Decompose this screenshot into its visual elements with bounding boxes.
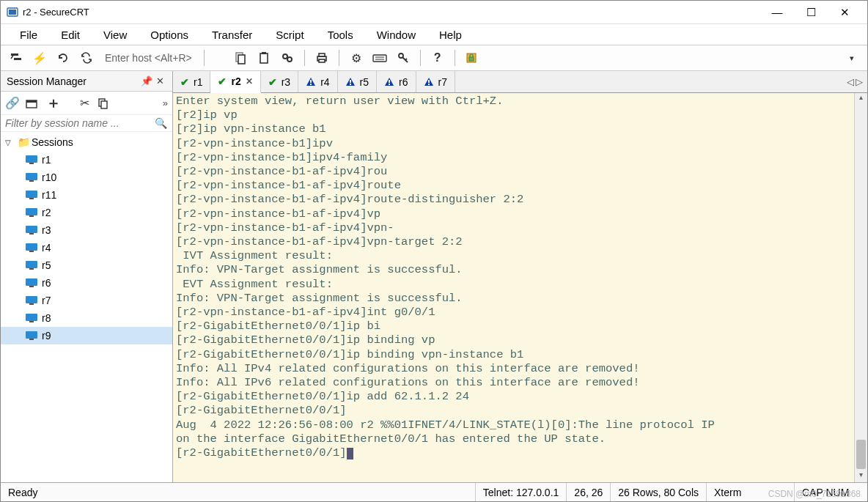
reconnect-all-icon[interactable]	[77, 48, 96, 67]
svg-rect-26	[29, 180, 34, 182]
tab-label: r1	[194, 76, 202, 88]
session-item-r8[interactable]: r8	[1, 309, 172, 327]
svg-rect-25	[26, 173, 37, 180]
new-tab-icon[interactable]	[26, 98, 40, 108]
menu-view[interactable]: View	[93, 27, 137, 43]
session-item-r1[interactable]: r1	[1, 151, 172, 169]
svg-rect-29	[26, 208, 37, 215]
svg-rect-22	[101, 101, 107, 108]
tab-next-icon[interactable]: ▷	[856, 76, 863, 87]
keyboard-icon[interactable]	[370, 48, 389, 67]
tab-close-icon[interactable]: ✕	[246, 76, 253, 86]
toolbar-separator	[204, 50, 205, 66]
session-item-r2[interactable]: r2	[1, 204, 172, 221]
tree-root-sessions[interactable]: ▽📁Sessions	[1, 133, 172, 151]
monitor-icon	[26, 208, 42, 217]
host-entry-hint[interactable]: Enter host <Alt+R>	[100, 52, 196, 64]
session-filter-input[interactable]	[5, 117, 153, 129]
status-cursor-pos: 26, 26	[566, 483, 610, 501]
reconnect-icon[interactable]	[54, 48, 73, 67]
session-item-r4[interactable]: r4	[1, 239, 172, 256]
svg-point-9	[287, 57, 292, 62]
svg-rect-38	[29, 286, 34, 287]
menu-window[interactable]: Window	[367, 27, 426, 43]
print-icon[interactable]	[312, 48, 331, 67]
svg-rect-18	[469, 57, 474, 61]
status-size: 26 Rows, 80 Cols	[610, 483, 706, 501]
minimize-button[interactable]: —	[760, 1, 794, 23]
quick-connect-icon[interactable]	[7, 48, 26, 67]
find-icon[interactable]	[278, 48, 297, 67]
svg-rect-39	[26, 296, 37, 303]
svg-point-8	[283, 54, 287, 59]
session-item-r10[interactable]: r10	[1, 169, 172, 186]
monitor-icon	[26, 296, 42, 305]
check-icon: ✔	[180, 76, 189, 88]
session-item-r9[interactable]: r9	[1, 327, 172, 344]
svg-rect-40	[29, 303, 34, 305]
copy-icon[interactable]	[231, 48, 250, 67]
menu-tools[interactable]: Tools	[317, 27, 364, 43]
tab-label: r5	[360, 76, 369, 88]
tab-r3[interactable]: ✔r3	[261, 71, 298, 92]
settings-icon[interactable]: ⚙	[347, 48, 366, 67]
help-icon[interactable]: ?	[428, 48, 447, 67]
vertical-scrollbar[interactable]: ▴ ▾	[854, 93, 867, 482]
warning-icon	[384, 77, 394, 87]
toolbar-separator	[455, 50, 455, 66]
menu-options[interactable]: Options	[140, 27, 199, 43]
title-bar: r2 - SecureCRT — ☐ ✕	[1, 1, 867, 24]
svg-rect-41	[26, 314, 37, 321]
app-icon	[7, 7, 18, 18]
svg-rect-23	[26, 155, 37, 163]
link-icon[interactable]: 🔗	[5, 96, 20, 110]
menu-edit[interactable]: Edit	[51, 27, 90, 43]
terminal-cursor	[347, 448, 353, 459]
chevron-right-icon[interactable]: »	[163, 97, 168, 108]
lightning-icon[interactable]: ⚡	[30, 48, 49, 67]
svg-rect-35	[26, 261, 37, 268]
svg-rect-6	[260, 53, 268, 63]
tab-label: r4	[320, 76, 329, 88]
svg-rect-30	[29, 215, 34, 217]
status-ready: Ready	[1, 483, 173, 501]
close-button[interactable]: ✕	[828, 1, 861, 23]
add-icon[interactable]: ＋	[46, 93, 61, 113]
tab-prev-icon[interactable]: ◁	[847, 76, 854, 87]
main-toolbar: ⚡ Enter host <Alt+R> ⚙ ? ▾	[1, 45, 867, 71]
session-item-r7[interactable]: r7	[1, 292, 172, 309]
menu-help[interactable]: Help	[429, 27, 472, 43]
terminal-output[interactable]: Enter system view, return user view with…	[173, 93, 854, 482]
maximize-button[interactable]: ☐	[794, 1, 828, 23]
warning-icon	[345, 77, 356, 87]
tab-r4[interactable]: r4	[298, 71, 337, 92]
tab-r6[interactable]: r6	[377, 71, 416, 92]
scroll-up-icon[interactable]: ▴	[855, 93, 867, 105]
key-icon[interactable]	[394, 48, 413, 67]
svg-rect-34	[29, 251, 34, 252]
tab-r7[interactable]: r7	[416, 71, 455, 92]
paste-icon[interactable]	[254, 48, 273, 67]
menu-script[interactable]: Script	[265, 27, 314, 43]
scrollbar-thumb[interactable]	[856, 440, 866, 469]
copy-session-icon[interactable]	[98, 97, 112, 109]
session-manager-toolbar: 🔗 ＋ ✂ »	[1, 92, 172, 115]
svg-rect-36	[29, 268, 34, 270]
search-icon[interactable]: 🔍	[153, 117, 168, 129]
tab-r5[interactable]: r5	[338, 71, 377, 92]
scroll-down-icon[interactable]: ▾	[855, 470, 867, 482]
tab-r2[interactable]: ✔r2✕	[210, 71, 260, 93]
menu-file[interactable]: File	[10, 27, 48, 43]
session-item-r11[interactable]: r11	[1, 186, 172, 204]
toolbar-overflow-icon[interactable]: ▾	[842, 48, 861, 67]
tab-r1[interactable]: ✔r1	[173, 71, 210, 92]
session-item-r3[interactable]: r3	[1, 221, 172, 239]
cut-icon[interactable]: ✂	[77, 96, 92, 110]
panel-close-icon[interactable]: ✕	[153, 75, 166, 86]
toolbar-separator	[304, 50, 305, 66]
lock-session-icon[interactable]	[463, 48, 482, 67]
menu-transfer[interactable]: Transfer	[202, 27, 262, 43]
session-item-r5[interactable]: r5	[1, 256, 172, 274]
pin-icon[interactable]: 📌	[140, 75, 153, 86]
session-item-r6[interactable]: r6	[1, 274, 172, 292]
